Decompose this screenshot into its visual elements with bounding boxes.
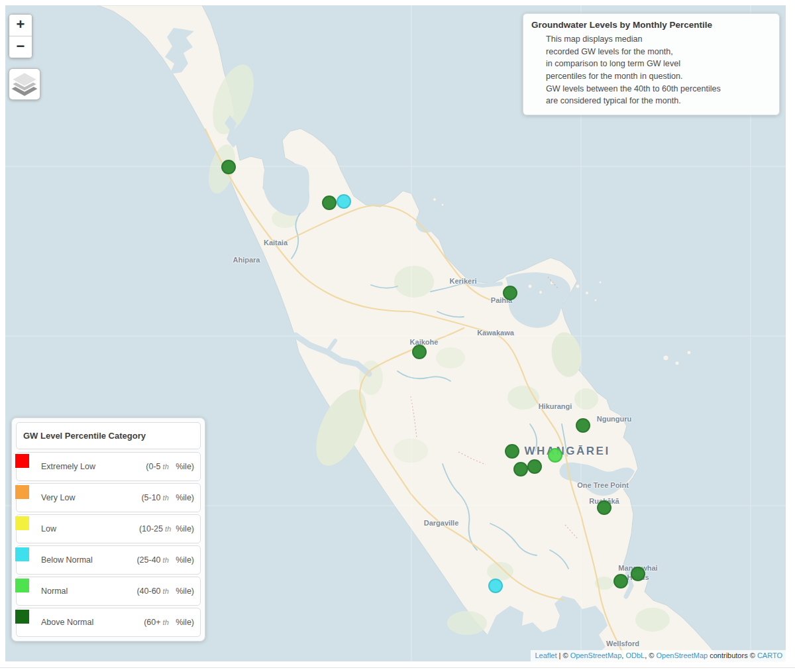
map-marker-above_normal[interactable] [513, 462, 528, 476]
legend-range: (5-10 th %ile) [141, 493, 194, 502]
legend-row-very-low: Very Low (5-10 th %ile) [16, 483, 201, 512]
osm-link[interactable]: OpenStreetMap [656, 651, 708, 659]
layers-control[interactable] [9, 68, 40, 100]
zoom-control: + − [9, 14, 32, 58]
map-canvas[interactable]: AhiparaKaitaiaKerikeriPaihiaKawakawaKaik… [5, 5, 786, 661]
attribution-text: contributors [708, 651, 750, 659]
info-line: recorded GW levels for the month, [546, 46, 771, 58]
info-line: percentiles for the month in question. [546, 70, 771, 83]
info-line: in comparison to long term GW level [546, 58, 771, 70]
legend-swatch-above-normal [15, 610, 29, 624]
legend-swatch-normal [15, 579, 29, 592]
map-marker-below_normal[interactable] [488, 579, 503, 593]
legend-range: (25-40 th %ile) [136, 555, 194, 565]
legend-swatch-below-normal [15, 547, 29, 561]
legend-row-above-normal: Above Normal (60+ th %ile) [16, 608, 201, 637]
legend-label: Very Low [41, 493, 75, 502]
map-marker-above_normal[interactable] [503, 286, 517, 300]
zoom-in-button[interactable]: + [9, 15, 32, 36]
map-marker-above_normal[interactable] [221, 160, 236, 174]
copyright-symbol: © [750, 651, 757, 659]
info-line: are considered typical for the month. [546, 95, 771, 107]
legend-label: Extremely Low [41, 462, 95, 471]
map-marker-above_normal[interactable] [597, 500, 611, 515]
page-divider [0, 667, 795, 668]
osm-link[interactable]: OpenStreetMap [570, 651, 622, 659]
legend-row-low: Low (10-25 th %ile) [16, 514, 201, 543]
map-marker-above_normal[interactable] [576, 418, 590, 433]
map-marker-above_normal[interactable] [412, 345, 427, 359]
odbl-link[interactable]: ODbL [625, 651, 645, 659]
legend-label: Above Normal [41, 618, 93, 627]
copyright-symbol: © [562, 651, 570, 659]
leaflet-link[interactable]: Leaflet [535, 651, 556, 659]
legend-swatch-low [15, 516, 29, 530]
attribution: Leaflet | © OpenStreetMap, ODbL, © OpenS… [531, 650, 786, 661]
legend-range: (0-5 th %ile) [146, 462, 194, 471]
info-line: GW levels between the 40th to 60th perce… [546, 83, 771, 95]
map-marker-normal[interactable] [548, 448, 562, 463]
legend-range: (40-60 th %ile) [136, 587, 194, 596]
zoom-out-button[interactable]: − [9, 36, 32, 58]
legend-range: (10-25 th %ile) [139, 524, 194, 533]
carto-link[interactable]: CARTO [757, 651, 782, 659]
attribution-text: , © [645, 651, 656, 659]
map-marker-above_normal[interactable] [322, 196, 337, 210]
info-box: Groundwater Levels by Monthly Percentile… [523, 13, 780, 115]
legend-row-extremely-low: Extremely Low (0-5 th %ile) [16, 452, 201, 481]
map-marker-above_normal[interactable] [613, 574, 628, 588]
legend-row-normal: Normal (40-60 th %ile) [16, 577, 201, 606]
legend-label: Below Normal [41, 555, 93, 565]
map-marker-above_normal[interactable] [631, 567, 645, 581]
info-line: This map displays median [546, 33, 771, 46]
legend-label: Low [41, 524, 56, 533]
map-marker-above_normal[interactable] [527, 459, 542, 474]
legend-swatch-very-low [15, 485, 29, 499]
legend-range: (60+ th %ile) [144, 618, 194, 627]
legend-label: Normal [41, 587, 68, 596]
legend-row-below-normal: Below Normal (25-40 th %ile) [16, 545, 201, 575]
map-marker-below_normal[interactable] [337, 194, 351, 209]
map-marker-above_normal[interactable] [505, 444, 519, 459]
legend-title: GW Level Percentile Category [16, 422, 201, 449]
info-title: Groundwater Levels by Monthly Percentile [531, 20, 771, 30]
legend: GW Level Percentile Category Extremely L… [11, 418, 205, 642]
legend-swatch-extremely-low [15, 454, 29, 468]
